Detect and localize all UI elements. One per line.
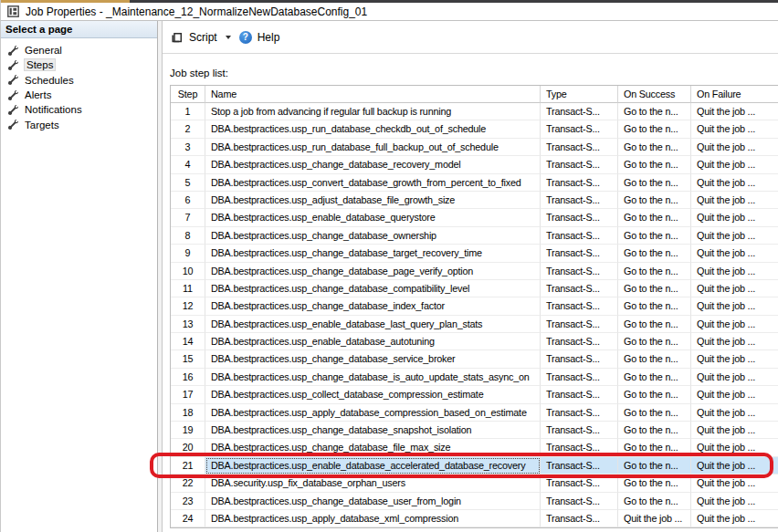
sidebar-item-alerts[interactable]: Alerts [1, 88, 157, 102]
cell-type[interactable]: Transact-S... [541, 457, 618, 475]
cell-on-success[interactable]: Go to the n... [618, 316, 691, 333]
table-row[interactable]: 16DBA.bestpractices.usp_change_database_… [171, 369, 778, 386]
table-row[interactable]: 5DBA.bestpractices.usp_convert_database_… [171, 174, 778, 192]
cell-step[interactable]: 16 [171, 369, 205, 386]
cell-type[interactable]: Transact-S... [541, 139, 618, 156]
cell-on-success[interactable]: Go to the n... [618, 457, 691, 475]
cell-name[interactable]: DBA.bestpractices.usp_collect_database_c… [205, 386, 541, 403]
table-row[interactable]: 10DBA.bestpractices.usp_change_database_… [171, 263, 778, 280]
cell-on-success[interactable]: Go to the n... [618, 350, 691, 368]
table-row[interactable]: 24DBA.bestpractices.usp_apply_database_x… [171, 510, 778, 527]
table-row[interactable]: 4DBA.bestpractices.usp_change_database_r… [171, 156, 778, 173]
cell-name[interactable]: DBA.bestpractices.usp_change_database_fi… [205, 439, 541, 456]
cell-on-success[interactable]: Go to the n... [618, 404, 691, 422]
cell-name[interactable]: DBA.bestpractices.usp_change_database_re… [205, 156, 541, 173]
cell-step[interactable]: 3 [171, 139, 205, 156]
table-row[interactable]: 17DBA.bestpractices.usp_collect_database… [171, 386, 778, 403]
cell-on-success[interactable]: Go to the n... [618, 386, 691, 403]
cell-type[interactable]: Transact-S... [541, 120, 618, 138]
cell-step[interactable]: 12 [171, 297, 205, 315]
cell-type[interactable]: Transact-S... [541, 227, 618, 245]
cell-on-failure[interactable]: Quit the job ... [691, 297, 778, 315]
cell-step[interactable]: 24 [171, 510, 205, 527]
cell-on-failure[interactable]: Quit the job ... [691, 245, 778, 262]
cell-type[interactable]: Transact-S... [541, 174, 618, 192]
table-row[interactable]: 19DBA.bestpractices.usp_change_database_… [171, 422, 778, 439]
cell-name[interactable]: DBA.bestpractices.usp_adjust_database_fi… [205, 192, 541, 209]
cell-on-success[interactable]: Quit the job ... [618, 510, 691, 527]
cell-name[interactable]: DBA.bestpractices.usp_enable_database_qu… [205, 209, 541, 226]
cell-on-failure[interactable]: Quit the job ... [691, 422, 778, 439]
cell-name[interactable]: DBA.bestpractices.usp_run_database_full_… [205, 139, 541, 156]
cell-name[interactable]: DBA.bestpractices.usp_change_database_co… [205, 280, 541, 297]
table-row[interactable]: 22DBA.security.usp_fix_database_orphan_u… [171, 475, 778, 492]
cell-type[interactable]: Transact-S... [541, 369, 618, 386]
cell-name[interactable]: Stop a job from advancing if regular ful… [205, 103, 541, 120]
cell-step[interactable]: 17 [171, 386, 205, 403]
cell-step[interactable]: 22 [171, 475, 205, 492]
table-row[interactable]: 18DBA.bestpractices.usp_apply_database_c… [171, 404, 778, 422]
cell-on-success[interactable]: Go to the n... [618, 369, 691, 386]
table-row[interactable]: 2DBA.bestpractices.usp_run_database_chec… [171, 120, 778, 138]
cell-on-failure[interactable]: Quit the job ... [691, 510, 778, 527]
table-row[interactable]: 15DBA.bestpractices.usp_change_database_… [171, 350, 778, 368]
table-row[interactable]: 3DBA.bestpractices.usp_run_database_full… [171, 139, 778, 156]
cell-name[interactable]: DBA.bestpractices.usp_change_database_sn… [205, 422, 541, 439]
script-button[interactable]: Script [171, 31, 234, 44]
cell-step[interactable]: 1 [171, 103, 205, 120]
table-row[interactable]: 12DBA.bestpractices.usp_change_database_… [171, 297, 778, 315]
sidebar-item-targets[interactable]: Targets [1, 117, 157, 131]
column-header-name[interactable]: Name [205, 86, 541, 103]
cell-on-failure[interactable]: Quit the job ... [691, 404, 778, 422]
cell-name[interactable]: DBA.bestpractices.usp_change_database_ow… [205, 227, 541, 245]
table-row[interactable]: 7DBA.bestpractices.usp_enable_database_q… [171, 209, 778, 226]
cell-step[interactable]: 8 [171, 227, 205, 245]
column-header-on-failure[interactable]: On Failure [691, 86, 778, 103]
cell-on-success[interactable]: Go to the n... [618, 493, 691, 510]
cell-on-failure[interactable]: Quit the job ... [691, 120, 778, 138]
cell-step[interactable]: 20 [171, 439, 205, 456]
cell-on-success[interactable]: Go to the n... [618, 263, 691, 280]
table-row[interactable]: 21DBA.bestpractices.usp_enable_database_… [171, 457, 778, 475]
cell-on-success[interactable]: Go to the n... [618, 245, 691, 262]
table-row[interactable]: 9DBA.bestpractices.usp_change_database_t… [171, 245, 778, 262]
cell-type[interactable]: Transact-S... [541, 350, 618, 368]
cell-on-failure[interactable]: Quit the job ... [691, 174, 778, 192]
column-header-step[interactable]: Step [171, 86, 205, 103]
cell-type[interactable]: Transact-S... [541, 209, 618, 226]
cell-type[interactable]: Transact-S... [541, 245, 618, 262]
cell-on-success[interactable]: Go to the n... [618, 139, 691, 156]
cell-type[interactable]: Transact-S... [541, 475, 618, 492]
cell-on-success[interactable]: Go to the n... [618, 227, 691, 245]
cell-on-failure[interactable]: Quit the job ... [691, 457, 778, 475]
cell-on-success[interactable]: Go to the n... [618, 120, 691, 138]
cell-type[interactable]: Transact-S... [541, 404, 618, 422]
cell-on-failure[interactable]: Quit the job ... [691, 316, 778, 333]
cell-on-failure[interactable]: Quit the job ... [691, 192, 778, 209]
cell-on-failure[interactable]: Quit the job ... [691, 386, 778, 403]
cell-name[interactable]: DBA.bestpractices.usp_enable_database_ac… [205, 457, 541, 475]
cell-type[interactable]: Transact-S... [541, 156, 618, 173]
cell-on-success[interactable]: Go to the n... [618, 103, 691, 120]
cell-on-failure[interactable]: Quit the job ... [691, 103, 778, 120]
help-button[interactable]: ? Help [239, 31, 280, 44]
column-header-type[interactable]: Type [541, 86, 618, 103]
cell-type[interactable]: Transact-S... [541, 510, 618, 527]
cell-on-failure[interactable]: Quit the job ... [691, 369, 778, 386]
titlebar[interactable]: Job Properties - _Maintenance_12_Normali… [1, 3, 778, 20]
chevron-down-icon[interactable] [226, 36, 231, 39]
cell-on-failure[interactable]: Quit the job ... [691, 280, 778, 297]
cell-on-failure[interactable]: Quit the job ... [691, 333, 778, 350]
cell-on-failure[interactable]: Quit the job ... [691, 493, 778, 510]
cell-name[interactable]: DBA.security.usp_fix_database_orphan_use… [205, 475, 541, 492]
sidebar-item-general[interactable]: General [1, 43, 157, 57]
cell-step[interactable]: 10 [171, 263, 205, 280]
cell-on-failure[interactable]: Quit the job ... [691, 227, 778, 245]
cell-type[interactable]: Transact-S... [541, 493, 618, 510]
sidebar-item-steps[interactable]: Steps [1, 57, 157, 72]
table-row[interactable]: 14DBA.bestpractices.usp_enable_database_… [171, 333, 778, 350]
table-row[interactable]: 8DBA.bestpractices.usp_change_database_o… [171, 227, 778, 245]
table-row[interactable]: 11DBA.bestpractices.usp_change_database_… [171, 280, 778, 297]
cell-step[interactable]: 18 [171, 404, 205, 422]
cell-type[interactable]: Transact-S... [541, 280, 618, 297]
